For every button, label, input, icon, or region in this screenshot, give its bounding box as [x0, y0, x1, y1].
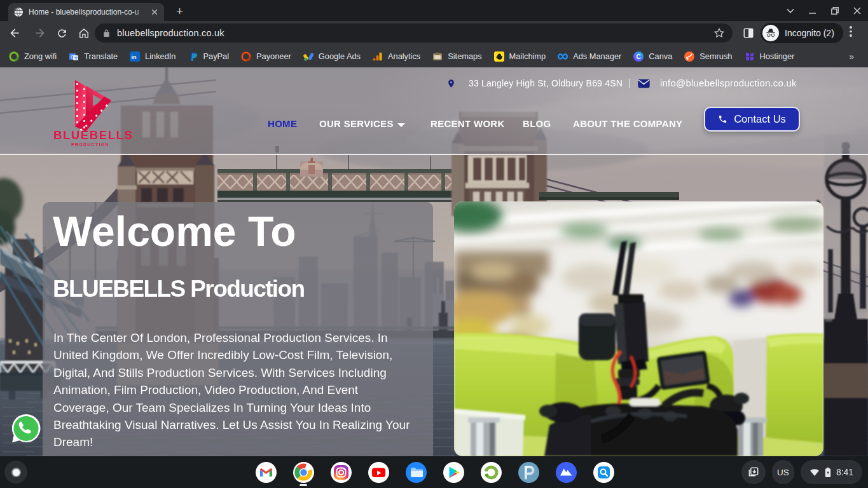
svg-text:PRODUCTION: PRODUCTION [71, 142, 109, 147]
svg-text:文: 文 [74, 55, 79, 60]
svg-text:in: in [132, 54, 137, 60]
svg-text:C: C [637, 53, 641, 60]
